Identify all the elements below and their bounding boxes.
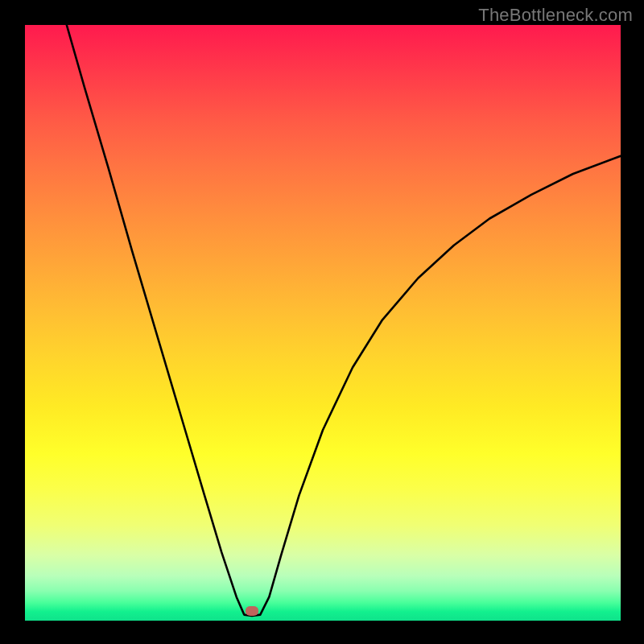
chart-frame: TheBottleneck.com: [0, 0, 644, 644]
bottleneck-curve: [25, 25, 621, 621]
curve-path: [67, 25, 621, 616]
watermark-text: TheBottleneck.com: [478, 5, 633, 26]
chart-plot-area: [25, 25, 621, 621]
optimal-point-marker: [246, 606, 258, 616]
